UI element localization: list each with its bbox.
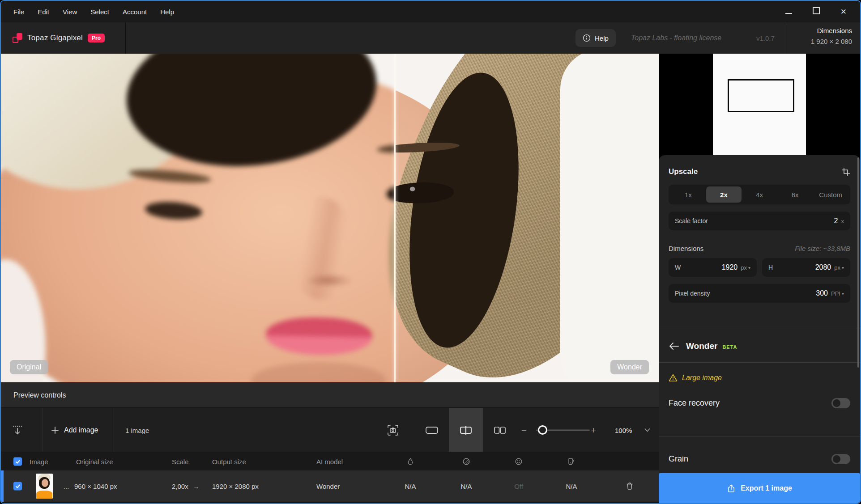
app-name: Topaz Gigapixel bbox=[27, 34, 83, 42]
large-image-warning: Large image bbox=[682, 374, 722, 382]
row-face-recovery: Off bbox=[514, 483, 523, 490]
height-field[interactable]: H 2080 px ▾ bbox=[762, 258, 850, 277]
topaz-logo-icon bbox=[13, 33, 22, 43]
row-sharpen: N/A bbox=[460, 483, 472, 490]
menu-account[interactable]: Account bbox=[123, 8, 147, 16]
add-image-label: Add image bbox=[64, 426, 98, 434]
settings-panel: Upscale 1x 2x 4x 6x Custom Scale factor … bbox=[659, 155, 860, 503]
crop-icon bbox=[841, 167, 850, 176]
width-unit-dropdown-icon[interactable]: ▾ bbox=[748, 265, 750, 270]
queue-toolbar: Add image 1 image bbox=[1, 407, 659, 452]
crop-button[interactable] bbox=[841, 167, 850, 176]
zoom-out-button[interactable]: − bbox=[521, 425, 527, 436]
maximize-button[interactable] bbox=[813, 7, 820, 16]
bottom-strip bbox=[1, 502, 659, 504]
compare-split-handle[interactable] bbox=[394, 54, 396, 382]
help-button[interactable]: Help bbox=[575, 29, 616, 47]
menu-view[interactable]: View bbox=[63, 8, 77, 16]
upscale-option-2x[interactable]: 2x bbox=[706, 186, 742, 203]
grain-icon bbox=[567, 457, 576, 466]
app-logo: Topaz Gigapixel Pro bbox=[13, 22, 105, 54]
menu-select[interactable]: Select bbox=[90, 8, 109, 16]
menu-edit[interactable]: Edit bbox=[38, 8, 49, 16]
row-thumbnail bbox=[36, 474, 53, 499]
image-count: 1 image bbox=[125, 426, 149, 434]
pixel-density-unit: PPI bbox=[831, 290, 840, 297]
wonder-badge: Wonder bbox=[610, 360, 649, 374]
single-view-button[interactable] bbox=[415, 408, 449, 452]
snapshot-button[interactable] bbox=[387, 424, 399, 436]
upscale-option-4x[interactable]: 4x bbox=[742, 186, 777, 203]
preview-original-half bbox=[1, 54, 395, 382]
minimize-icon bbox=[785, 13, 792, 14]
width-field[interactable]: W 1920 px ▾ bbox=[669, 258, 757, 277]
dimensions-label: Dimensions bbox=[787, 27, 852, 34]
delete-row-button[interactable] bbox=[625, 482, 634, 491]
scale-factor-field[interactable]: Scale factor 2 x bbox=[669, 212, 850, 230]
preview-canvas[interactable]: Original Wonder bbox=[1, 54, 659, 382]
single-view-icon bbox=[425, 426, 439, 435]
collapse-queue-button[interactable] bbox=[12, 424, 23, 436]
height-value[interactable]: 2080 bbox=[815, 263, 831, 271]
zoom-in-button[interactable]: + bbox=[591, 425, 596, 436]
height-unit-dropdown-icon[interactable]: ▾ bbox=[842, 265, 844, 270]
preview-controls-bar: Preview controls bbox=[1, 382, 659, 407]
pro-badge: Pro bbox=[88, 34, 105, 42]
trash-icon bbox=[625, 482, 634, 491]
upscale-option-custom[interactable]: Custom bbox=[813, 186, 848, 203]
pixel-density-value[interactable]: 300 bbox=[816, 289, 828, 297]
split-view-button[interactable] bbox=[449, 408, 483, 452]
grain-toggle[interactable] bbox=[831, 454, 850, 464]
add-image-button[interactable]: Add image bbox=[51, 426, 98, 434]
face-recovery-toggle[interactable] bbox=[831, 398, 850, 408]
help-label: Help bbox=[595, 34, 609, 42]
upscale-option-1x[interactable]: 1x bbox=[670, 186, 706, 203]
toolbar-separator bbox=[114, 408, 114, 452]
zoom-slider-knob[interactable] bbox=[538, 425, 547, 435]
zoom-level[interactable]: 100% bbox=[615, 426, 632, 434]
menu-file[interactable]: File bbox=[13, 8, 24, 16]
menu-help[interactable]: Help bbox=[160, 8, 174, 16]
pixel-density-field[interactable]: Pixel density 300 PPI ▾ bbox=[669, 284, 850, 303]
navigator-viewport-rect[interactable] bbox=[728, 79, 794, 112]
toggle-knob bbox=[833, 455, 840, 463]
check-icon bbox=[15, 483, 21, 489]
export-button[interactable]: Export 1 image bbox=[659, 473, 860, 503]
zoom-dropdown-button[interactable] bbox=[644, 428, 650, 432]
menu-items: File Edit View Select Account Help bbox=[1, 8, 174, 16]
face-recovery-icon bbox=[515, 457, 523, 466]
back-arrow-icon bbox=[669, 342, 679, 351]
close-button[interactable]: ✕ bbox=[840, 8, 847, 16]
pixel-density-dropdown-icon[interactable]: ▾ bbox=[842, 291, 844, 296]
sidebar-scrollbar-thumb[interactable] bbox=[857, 157, 859, 368]
row-ai-model: Wonder bbox=[316, 483, 340, 490]
beta-badge: BETA bbox=[722, 343, 737, 350]
license-text: Topaz Labs - floating license bbox=[631, 34, 721, 42]
toolbar-separator bbox=[42, 408, 43, 452]
side-by-side-view-icon bbox=[493, 426, 507, 435]
width-value[interactable]: 1920 bbox=[722, 263, 738, 271]
maximize-icon bbox=[813, 7, 820, 14]
queue-row[interactable]: ... 960 × 1040 px 2,00x→ 1920 × 2080 px … bbox=[1, 470, 659, 502]
col-scale: Scale bbox=[172, 458, 189, 466]
plus-icon bbox=[51, 426, 59, 434]
col-original-size: Original size bbox=[76, 458, 113, 466]
zoom-slider[interactable] bbox=[536, 429, 590, 431]
side-by-side-view-button[interactable] bbox=[483, 408, 517, 452]
grain-label: Grain bbox=[669, 454, 688, 464]
scale-factor-value[interactable]: 2 bbox=[834, 217, 838, 225]
version-text: v1.0.7 bbox=[756, 34, 775, 42]
row-checkbox[interactable] bbox=[13, 482, 22, 491]
select-all-checkbox[interactable] bbox=[13, 457, 22, 466]
section-divider bbox=[659, 436, 860, 436]
face-recovery-label: Face recovery bbox=[669, 398, 720, 408]
photo-enhanced bbox=[395, 54, 659, 382]
minimize-button[interactable] bbox=[785, 8, 792, 16]
split-view-icon bbox=[459, 425, 473, 436]
row-more-button[interactable]: ... bbox=[64, 483, 69, 490]
arrow-right-icon: → bbox=[193, 483, 200, 490]
upscale-title: Upscale bbox=[669, 167, 698, 176]
back-button[interactable] bbox=[669, 342, 679, 351]
upscale-option-6x[interactable]: 6x bbox=[777, 186, 813, 203]
snapshot-camera-icon bbox=[387, 424, 399, 436]
